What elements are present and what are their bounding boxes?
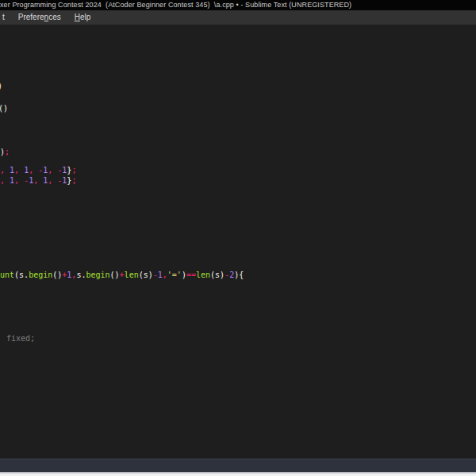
code-token: , - — [48, 166, 62, 175]
code-token: () — [110, 271, 120, 279]
code-token: () — [52, 271, 62, 279]
code-line[interactable]: ); — [0, 148, 10, 157]
code-line[interactable]: () — [0, 104, 8, 113]
code-token: , — [14, 166, 24, 175]
code-token: ) — [0, 82, 2, 90]
code-token: () — [0, 104, 8, 113]
code-token: ; — [71, 176, 76, 185]
code-token: (s) — [139, 271, 153, 279]
code-token: (s. — [14, 271, 29, 279]
code-token: ; — [71, 166, 76, 175]
code-token: , — [0, 166, 10, 175]
code-line[interactable]: unt(s.begin()+1,s.begin()+len(s)-1,'=')=… — [0, 271, 244, 280]
screen-below-window — [0, 472, 476, 476]
code-token: s. — [76, 271, 86, 279]
code-token: , - — [14, 176, 29, 185]
code-token: '=' — [167, 271, 182, 279]
code-token: ; — [5, 148, 10, 156]
code-token: fixed; — [6, 334, 35, 343]
code-token: , — [0, 176, 10, 185]
code-layer: )());, 1, 1, -1, -1};, 1, -1, 1, -1};unt… — [0, 0, 476, 459]
code-token: len — [196, 271, 210, 279]
code-token: begin — [86, 271, 109, 279]
code-token: ){ — [234, 271, 244, 279]
code-token: == — [186, 271, 196, 279]
code-token: (s) — [210, 271, 225, 279]
sublime-text-window: xer Programming Contest 2024 (AtCoder Be… — [0, 0, 476, 476]
code-token: , - — [48, 176, 62, 185]
status-bar — [0, 459, 476, 472]
code-token: begin — [29, 271, 52, 279]
code-token: , - — [29, 166, 43, 175]
code-token: , — [33, 176, 43, 185]
code-line[interactable]: fixed; — [6, 334, 35, 344]
code-token: unt — [0, 271, 14, 279]
code-line[interactable]: ) — [0, 82, 2, 91]
code-line[interactable]: , 1, -1, 1, -1}; — [0, 176, 76, 186]
code-line[interactable]: , 1, 1, -1, -1}; — [0, 166, 76, 175]
code-token: len — [125, 271, 139, 279]
